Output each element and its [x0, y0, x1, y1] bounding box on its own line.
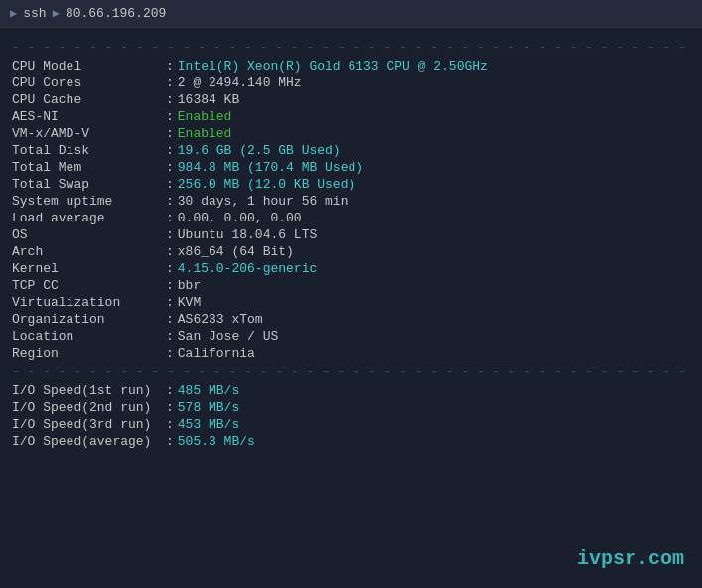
- table-row: OS : Ubuntu 18.04.6 LTS: [12, 227, 690, 242]
- row-key: CPU Model: [12, 59, 166, 74]
- table-row: I/O Speed(average) : 505.3 MB/s: [12, 434, 690, 449]
- row-key: AES-NI: [12, 109, 166, 124]
- row-key: Location: [12, 329, 166, 344]
- table-row: System uptime : 30 days, 1 hour 56 min: [12, 194, 690, 209]
- row-value: AS6233 xTom: [178, 312, 263, 327]
- row-colon: :: [166, 75, 174, 90]
- row-value: x86_64 (64 Bit): [178, 244, 294, 259]
- row-value: 578 MB/s: [178, 400, 239, 415]
- table-row: AES-NI : Enabled: [12, 109, 690, 124]
- row-colon: :: [166, 329, 174, 344]
- io-speed-table: I/O Speed(1st run) : 485 MB/sI/O Speed(2…: [12, 383, 690, 449]
- row-value: Ubuntu 18.04.6 LTS: [178, 227, 317, 242]
- row-colon: :: [166, 143, 174, 158]
- row-colon: :: [166, 400, 174, 415]
- divider-mid: - - - - - - - - - - - - - - - - - - - - …: [12, 365, 690, 379]
- row-colon: :: [166, 92, 174, 107]
- row-colon: :: [166, 177, 174, 192]
- row-value: Intel(R) Xeon(R) Gold 6133 CPU @ 2.50GHz: [178, 59, 488, 74]
- table-row: Total Mem : 984.8 MB (170.4 MB Used): [12, 160, 690, 175]
- row-colon: :: [166, 312, 174, 327]
- row-value: KVM: [178, 295, 201, 310]
- table-row: Total Swap : 256.0 MB (12.0 KB Used): [12, 177, 690, 192]
- table-row: Kernel : 4.15.0-206-generic: [12, 261, 690, 276]
- table-row: Region : California: [12, 346, 690, 361]
- tab-ssh[interactable]: ssh: [23, 6, 46, 21]
- row-value: 984.8 MB (170.4 MB Used): [178, 160, 363, 175]
- row-value: 256.0 MB (12.0 KB Used): [178, 177, 355, 192]
- row-key: System uptime: [12, 194, 166, 209]
- row-colon: :: [166, 194, 174, 209]
- row-colon: :: [166, 417, 174, 432]
- row-colon: :: [166, 109, 174, 124]
- watermark-text: ivpsr.com: [577, 547, 684, 570]
- table-row: CPU Cores : 2 @ 2494.140 MHz: [12, 75, 690, 90]
- table-row: Total Disk : 19.6 GB (2.5 GB Used): [12, 143, 690, 158]
- row-value: Enabled: [178, 126, 232, 141]
- table-row: CPU Cache : 16384 KB: [12, 92, 690, 107]
- row-value: 505.3 MB/s: [178, 434, 255, 449]
- arrow-icon-2: ▶: [53, 6, 60, 21]
- row-colon: :: [166, 278, 174, 293]
- row-value: California: [178, 346, 255, 361]
- row-value: 16384 KB: [178, 92, 239, 107]
- tab-bar[interactable]: ▶ ssh ▶ 80.66.196.209: [0, 0, 702, 28]
- row-value: 30 days, 1 hour 56 min: [178, 194, 349, 209]
- row-colon: :: [166, 383, 174, 398]
- row-key: Arch: [12, 244, 166, 259]
- table-row: Location : San Jose / US: [12, 329, 690, 344]
- table-row: I/O Speed(3rd run) : 453 MB/s: [12, 417, 690, 432]
- row-colon: :: [166, 244, 174, 259]
- table-row: Arch : x86_64 (64 Bit): [12, 244, 690, 259]
- row-value: bbr: [178, 278, 201, 293]
- row-key: I/O Speed(3rd run): [12, 417, 166, 432]
- table-row: TCP CC : bbr: [12, 278, 690, 293]
- row-key: Total Disk: [12, 143, 166, 158]
- table-row: Organization : AS6233 xTom: [12, 312, 690, 327]
- row-value: 453 MB/s: [178, 417, 239, 432]
- row-key: TCP CC: [12, 278, 166, 293]
- row-key: Total Swap: [12, 177, 166, 192]
- row-key: Total Mem: [12, 160, 166, 175]
- row-key: I/O Speed(average): [12, 434, 166, 449]
- row-colon: :: [166, 211, 174, 225]
- row-colon: :: [166, 346, 174, 361]
- row-key: OS: [12, 227, 166, 242]
- row-value: 2 @ 2494.140 MHz: [178, 75, 302, 90]
- row-key: Region: [12, 346, 166, 361]
- row-value: 19.6 GB (2.5 GB Used): [178, 143, 341, 158]
- row-colon: :: [166, 261, 174, 276]
- row-key: Kernel: [12, 261, 166, 276]
- terminal-content: - - - - - - - - - - - - - - - - - - - - …: [0, 28, 702, 459]
- table-row: I/O Speed(2nd run) : 578 MB/s: [12, 400, 690, 415]
- row-colon: :: [166, 160, 174, 175]
- arrow-icon-1: ▶: [10, 6, 17, 21]
- row-value: 4.15.0-206-generic: [178, 261, 317, 276]
- row-value: 485 MB/s: [178, 383, 239, 398]
- tab-ip[interactable]: 80.66.196.209: [66, 6, 166, 21]
- system-info-table: CPU Model : Intel(R) Xeon(R) Gold 6133 C…: [12, 59, 690, 361]
- row-value: Enabled: [178, 109, 232, 124]
- row-key: VM-x/AMD-V: [12, 126, 166, 141]
- row-key: Load average: [12, 211, 166, 225]
- row-key: CPU Cache: [12, 92, 166, 107]
- row-key: Virtualization: [12, 295, 166, 310]
- row-value: 0.00, 0.00, 0.00: [178, 211, 302, 225]
- divider-top: - - - - - - - - - - - - - - - - - - - - …: [12, 40, 690, 55]
- terminal-window: ▶ ssh ▶ 80.66.196.209 - - - - - - - - - …: [0, 0, 702, 588]
- table-row: Virtualization : KVM: [12, 295, 690, 310]
- row-colon: :: [166, 227, 174, 242]
- row-key: CPU Cores: [12, 75, 166, 90]
- table-row: CPU Model : Intel(R) Xeon(R) Gold 6133 C…: [12, 59, 690, 74]
- row-key: I/O Speed(2nd run): [12, 400, 166, 415]
- row-value: San Jose / US: [178, 329, 278, 344]
- row-colon: :: [166, 126, 174, 141]
- row-colon: :: [166, 434, 174, 449]
- row-key: I/O Speed(1st run): [12, 383, 166, 398]
- row-colon: :: [166, 59, 174, 74]
- table-row: VM-x/AMD-V : Enabled: [12, 126, 690, 141]
- row-key: Organization: [12, 312, 166, 327]
- row-colon: :: [166, 295, 174, 310]
- table-row: I/O Speed(1st run) : 485 MB/s: [12, 383, 690, 398]
- table-row: Load average : 0.00, 0.00, 0.00: [12, 211, 690, 225]
